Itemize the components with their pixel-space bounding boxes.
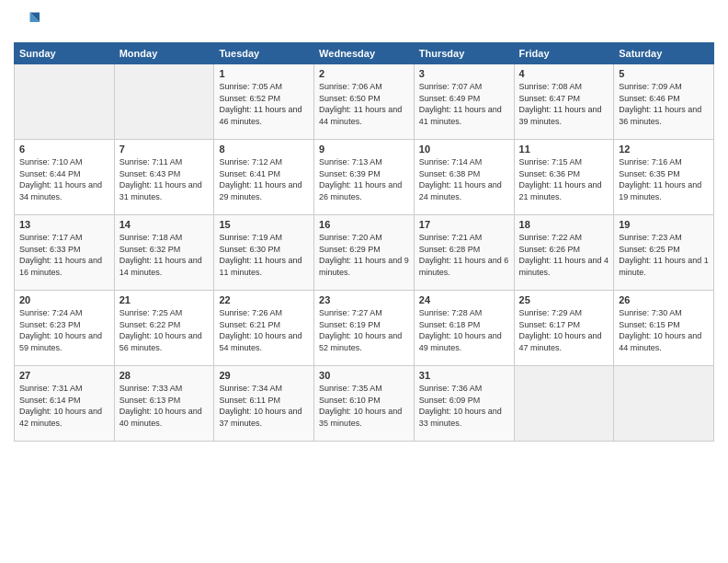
day-info: Sunrise: 7:11 AM Sunset: 6:43 PM Dayligh…	[119, 156, 210, 202]
day-info: Sunrise: 7:05 AM Sunset: 6:52 PM Dayligh…	[219, 81, 309, 127]
day-number: 28	[119, 370, 210, 381]
day-number: 9	[319, 144, 409, 155]
calendar-cell: 2Sunrise: 7:06 AM Sunset: 6:50 PM Daylig…	[314, 64, 415, 140]
day-number: 8	[219, 144, 309, 155]
weekday-header-row: SundayMondayTuesdayWednesdayThursdayFrid…	[15, 43, 714, 64]
day-number: 15	[219, 219, 309, 230]
calendar-cell: 14Sunrise: 7:18 AM Sunset: 6:32 PM Dayli…	[114, 215, 214, 291]
day-info: Sunrise: 7:14 AM Sunset: 6:38 PM Dayligh…	[419, 156, 509, 202]
calendar-table: SundayMondayTuesdayWednesdayThursdayFrid…	[14, 42, 714, 442]
day-info: Sunrise: 7:25 AM Sunset: 6:22 PM Dayligh…	[119, 307, 210, 353]
day-number: 1	[219, 68, 309, 79]
day-number: 24	[419, 294, 509, 305]
weekday-header-tuesday: Tuesday	[214, 43, 314, 64]
day-number: 3	[419, 68, 509, 79]
week-row-1: 6Sunrise: 7:10 AM Sunset: 6:44 PM Daylig…	[15, 140, 714, 215]
calendar-cell: 9Sunrise: 7:13 AM Sunset: 6:39 PM Daylig…	[314, 140, 415, 215]
calendar-cell: 5Sunrise: 7:09 AM Sunset: 6:46 PM Daylig…	[614, 64, 714, 140]
calendar-cell: 12Sunrise: 7:16 AM Sunset: 6:35 PM Dayli…	[614, 140, 714, 215]
page: SundayMondayTuesdayWednesdayThursdayFrid…	[0, 0, 728, 563]
day-info: Sunrise: 7:36 AM Sunset: 6:09 PM Dayligh…	[419, 383, 509, 429]
day-number: 17	[419, 219, 509, 230]
weekday-header-thursday: Thursday	[414, 43, 514, 64]
calendar-cell: 24Sunrise: 7:28 AM Sunset: 6:18 PM Dayli…	[414, 291, 514, 366]
calendar-cell	[614, 366, 714, 442]
day-number: 26	[619, 294, 709, 305]
day-info: Sunrise: 7:18 AM Sunset: 6:32 PM Dayligh…	[119, 232, 210, 278]
day-info: Sunrise: 7:22 AM Sunset: 6:26 PM Dayligh…	[519, 232, 609, 278]
week-row-2: 13Sunrise: 7:17 AM Sunset: 6:33 PM Dayli…	[15, 215, 714, 291]
day-info: Sunrise: 7:15 AM Sunset: 6:36 PM Dayligh…	[519, 156, 609, 202]
day-number: 14	[119, 219, 210, 230]
day-info: Sunrise: 7:31 AM Sunset: 6:14 PM Dayligh…	[19, 383, 109, 429]
calendar-cell: 13Sunrise: 7:17 AM Sunset: 6:33 PM Dayli…	[15, 215, 115, 291]
day-number: 23	[319, 294, 409, 305]
calendar-cell: 23Sunrise: 7:27 AM Sunset: 6:19 PM Dayli…	[314, 291, 415, 366]
day-info: Sunrise: 7:16 AM Sunset: 6:35 PM Dayligh…	[619, 156, 709, 202]
weekday-header-monday: Monday	[114, 43, 214, 64]
day-number: 18	[519, 219, 609, 230]
day-info: Sunrise: 7:21 AM Sunset: 6:28 PM Dayligh…	[419, 232, 509, 278]
day-info: Sunrise: 7:29 AM Sunset: 6:17 PM Dayligh…	[519, 307, 609, 353]
calendar-cell: 30Sunrise: 7:35 AM Sunset: 6:10 PM Dayli…	[314, 366, 415, 442]
calendar-cell: 29Sunrise: 7:34 AM Sunset: 6:11 PM Dayli…	[214, 366, 314, 442]
day-info: Sunrise: 7:12 AM Sunset: 6:41 PM Dayligh…	[219, 156, 309, 202]
day-info: Sunrise: 7:30 AM Sunset: 6:15 PM Dayligh…	[619, 307, 709, 353]
day-number: 29	[219, 370, 309, 381]
calendar-cell: 7Sunrise: 7:11 AM Sunset: 6:43 PM Daylig…	[114, 140, 214, 215]
logo	[14, 9, 43, 35]
day-info: Sunrise: 7:19 AM Sunset: 6:30 PM Dayligh…	[219, 232, 309, 278]
day-info: Sunrise: 7:08 AM Sunset: 6:47 PM Dayligh…	[519, 81, 609, 127]
calendar-cell: 22Sunrise: 7:26 AM Sunset: 6:21 PM Dayli…	[214, 291, 314, 366]
calendar-cell: 21Sunrise: 7:25 AM Sunset: 6:22 PM Dayli…	[114, 291, 214, 366]
day-number: 4	[519, 68, 609, 79]
day-number: 30	[319, 370, 409, 381]
calendar-cell: 25Sunrise: 7:29 AM Sunset: 6:17 PM Dayli…	[514, 291, 614, 366]
week-row-0: 1Sunrise: 7:05 AM Sunset: 6:52 PM Daylig…	[15, 64, 714, 140]
day-number: 7	[119, 144, 210, 155]
day-info: Sunrise: 7:35 AM Sunset: 6:10 PM Dayligh…	[319, 383, 409, 429]
day-number: 10	[419, 144, 509, 155]
day-number: 13	[19, 219, 109, 230]
day-info: Sunrise: 7:24 AM Sunset: 6:23 PM Dayligh…	[19, 307, 109, 353]
day-number: 20	[19, 294, 109, 305]
week-row-3: 20Sunrise: 7:24 AM Sunset: 6:23 PM Dayli…	[15, 291, 714, 366]
day-number: 5	[619, 68, 709, 79]
week-row-4: 27Sunrise: 7:31 AM Sunset: 6:14 PM Dayli…	[15, 366, 714, 442]
calendar-cell: 27Sunrise: 7:31 AM Sunset: 6:14 PM Dayli…	[15, 366, 115, 442]
calendar-cell	[114, 64, 214, 140]
calendar-cell: 1Sunrise: 7:05 AM Sunset: 6:52 PM Daylig…	[214, 64, 314, 140]
day-number: 6	[19, 144, 109, 155]
weekday-header-saturday: Saturday	[614, 43, 714, 64]
calendar-cell: 18Sunrise: 7:22 AM Sunset: 6:26 PM Dayli…	[514, 215, 614, 291]
weekday-header-sunday: Sunday	[15, 43, 115, 64]
day-info: Sunrise: 7:09 AM Sunset: 6:46 PM Dayligh…	[619, 81, 709, 127]
calendar-cell: 4Sunrise: 7:08 AM Sunset: 6:47 PM Daylig…	[514, 64, 614, 140]
calendar-cell: 26Sunrise: 7:30 AM Sunset: 6:15 PM Dayli…	[614, 291, 714, 366]
header	[14, 9, 714, 35]
day-info: Sunrise: 7:17 AM Sunset: 6:33 PM Dayligh…	[19, 232, 109, 278]
calendar-cell: 16Sunrise: 7:20 AM Sunset: 6:29 PM Dayli…	[314, 215, 415, 291]
day-info: Sunrise: 7:23 AM Sunset: 6:25 PM Dayligh…	[619, 232, 709, 278]
day-number: 16	[319, 219, 409, 230]
calendar-cell: 17Sunrise: 7:21 AM Sunset: 6:28 PM Dayli…	[414, 215, 514, 291]
day-number: 11	[519, 144, 609, 155]
calendar-cell: 31Sunrise: 7:36 AM Sunset: 6:09 PM Dayli…	[414, 366, 514, 442]
calendar-cell: 19Sunrise: 7:23 AM Sunset: 6:25 PM Dayli…	[614, 215, 714, 291]
calendar-cell: 20Sunrise: 7:24 AM Sunset: 6:23 PM Dayli…	[15, 291, 115, 366]
day-info: Sunrise: 7:33 AM Sunset: 6:13 PM Dayligh…	[119, 383, 210, 429]
calendar-cell: 11Sunrise: 7:15 AM Sunset: 6:36 PM Dayli…	[514, 140, 614, 215]
day-info: Sunrise: 7:28 AM Sunset: 6:18 PM Dayligh…	[419, 307, 509, 353]
weekday-header-wednesday: Wednesday	[314, 43, 415, 64]
calendar-cell: 15Sunrise: 7:19 AM Sunset: 6:30 PM Dayli…	[214, 215, 314, 291]
day-info: Sunrise: 7:07 AM Sunset: 6:49 PM Dayligh…	[419, 81, 509, 127]
day-info: Sunrise: 7:26 AM Sunset: 6:21 PM Dayligh…	[219, 307, 309, 353]
calendar-cell	[15, 64, 115, 140]
calendar-cell: 6Sunrise: 7:10 AM Sunset: 6:44 PM Daylig…	[15, 140, 115, 215]
calendar-cell: 10Sunrise: 7:14 AM Sunset: 6:38 PM Dayli…	[414, 140, 514, 215]
calendar-cell: 8Sunrise: 7:12 AM Sunset: 6:41 PM Daylig…	[214, 140, 314, 215]
day-info: Sunrise: 7:34 AM Sunset: 6:11 PM Dayligh…	[219, 383, 309, 429]
day-number: 27	[19, 370, 109, 381]
day-number: 31	[419, 370, 509, 381]
logo-icon	[14, 9, 40, 35]
